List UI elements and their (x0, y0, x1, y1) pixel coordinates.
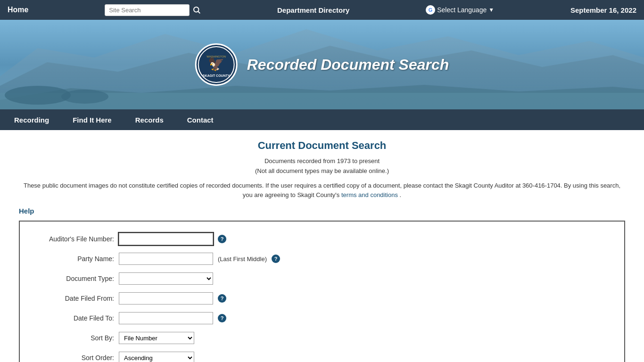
svg-point-8 (61, 90, 108, 104)
google-g-icon: G (426, 5, 435, 15)
date-to-label: Date Filed To: (39, 314, 114, 322)
site-search-input[interactable] (105, 4, 190, 16)
party-name-row: Party Name: (Last First Middle) ? (39, 253, 605, 265)
sort-order-select[interactable]: Ascending Descending (119, 352, 194, 362)
nav-recording[interactable]: Recording (9, 109, 54, 130)
sort-by-select[interactable]: File Number Date Filed Party Name Docume… (119, 332, 194, 344)
top-navigation: Home Department Directory G Select Langu… (0, 0, 644, 20)
disclaimer-end: . (400, 191, 402, 198)
svg-point-7 (5, 86, 71, 105)
subtitle-line2: (Not all document types may be available… (19, 166, 625, 176)
select-language-label: Select Language (437, 6, 487, 14)
subtitle-line1: Documents recorded from 1973 to present (19, 156, 625, 166)
doc-type-select[interactable] (119, 272, 213, 285)
sort-by-label: Sort By: (39, 334, 114, 342)
svg-text:WASHINGTON: WASHINGTON (206, 55, 226, 58)
search-form-box: Auditor's File Number: ? Party Name: (La… (19, 221, 625, 362)
language-selector[interactable]: G Select Language ▼ (426, 5, 494, 15)
party-name-help-icon[interactable]: ? (272, 255, 280, 263)
party-name-hint: (Last First Middle) (218, 255, 267, 263)
date-from-label: Date Filed From: (39, 295, 114, 302)
terms-link[interactable]: terms and conditions (341, 191, 398, 198)
date-to-input[interactable] (119, 312, 213, 324)
home-link[interactable]: Home (8, 6, 28, 14)
hero-banner: 🦅 SKAGIT COUNTY WASHINGTON Recorded Docu… (0, 20, 644, 109)
sort-order-row: Sort Order: Ascending Descending (39, 352, 605, 362)
disclaimer-body: These public document images do not cons… (24, 182, 620, 199)
afn-help-icon[interactable]: ? (218, 235, 226, 243)
nav-find-it-here[interactable]: Find It Here (68, 109, 116, 130)
sort-by-row: Sort By: File Number Date Filed Party Na… (39, 332, 605, 344)
chevron-down-icon: ▼ (488, 7, 494, 13)
search-icon[interactable] (192, 6, 201, 14)
date-from-help-icon[interactable]: ? (218, 294, 226, 303)
date-to-row: Date Filed To: ? (39, 312, 605, 324)
date-from-row: Date Filed From: ? (39, 292, 605, 304)
afn-row: Auditor's File Number: ? (39, 233, 605, 245)
department-directory-link[interactable]: Department Directory (277, 6, 349, 14)
current-date: September 16, 2022 (570, 6, 636, 14)
party-name-input[interactable] (119, 253, 213, 265)
sub-navigation: Recording Find It Here Records Contact (0, 109, 644, 130)
doc-type-label: Document Type: (39, 275, 114, 282)
county-logo: 🦅 SKAGIT COUNTY WASHINGTON (195, 43, 238, 86)
sort-order-label: Sort Order: (39, 354, 114, 362)
date-from-input[interactable] (119, 292, 213, 304)
page-hero-title: Recorded Document Search (247, 56, 449, 74)
main-content: Current Document Search Documents record… (0, 130, 644, 362)
subtitle-block: Documents recorded from 1973 to present … (19, 156, 625, 176)
date-to-help-icon[interactable]: ? (218, 314, 226, 322)
nav-contact[interactable]: Contact (182, 109, 218, 130)
disclaimer-text: These public document images do not cons… (19, 181, 625, 201)
nav-records[interactable]: Records (131, 109, 168, 130)
page-title: Current Document Search (19, 140, 625, 152)
help-link[interactable]: Help (19, 207, 625, 215)
site-search-wrap (105, 4, 201, 16)
party-name-label: Party Name: (39, 255, 114, 263)
svg-text:🦅: 🦅 (208, 56, 224, 72)
afn-input[interactable] (119, 233, 213, 245)
svg-line-1 (198, 11, 200, 13)
doc-type-row: Document Type: (39, 272, 605, 285)
svg-text:SKAGIT COUNTY: SKAGIT COUNTY (203, 74, 230, 77)
afn-label: Auditor's File Number: (39, 235, 114, 243)
hero-content: 🦅 SKAGIT COUNTY WASHINGTON Recorded Docu… (195, 43, 449, 86)
